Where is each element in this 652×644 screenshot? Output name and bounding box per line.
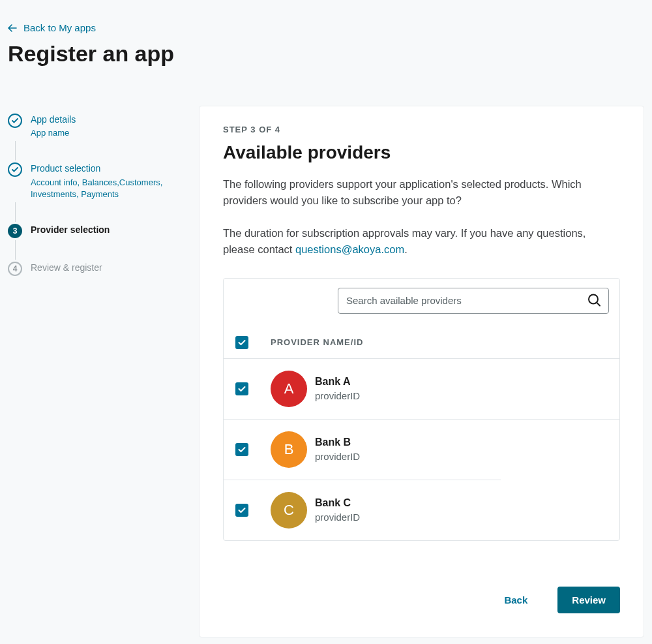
table-row: BBank BproviderID (224, 420, 501, 480)
arrow-left-icon (8, 24, 17, 32)
step-provider-selection[interactable]: 3 Provider selection (8, 224, 168, 238)
step-review-register: 4 Review & register (8, 262, 168, 276)
step-connector (15, 141, 16, 161)
main-card: STEP 3 OF 4 Available providers The foll… (199, 106, 644, 637)
column-header-provider: PROVIDER NAME/ID (271, 337, 363, 347)
avatar-initial: C (284, 502, 294, 519)
card-description-1: The following providers support your app… (223, 176, 620, 209)
provider-name: Bank A (315, 376, 360, 388)
select-all-checkbox[interactable] (235, 336, 248, 349)
step-sublabel: App name (31, 127, 76, 139)
contact-email-link[interactable]: questions@akoya.com (295, 243, 404, 255)
provider-avatar: A (271, 371, 307, 407)
row-checkbox[interactable] (235, 504, 248, 517)
step-app-details[interactable]: App details App name (8, 114, 168, 140)
card-description-2: The duration for subscription approvals … (223, 225, 620, 258)
step-eyebrow: STEP 3 OF 4 (223, 125, 620, 134)
step-label: Product selection (31, 162, 168, 176)
provider-avatar: B (271, 431, 307, 468)
provider-id: providerID (315, 390, 360, 401)
back-link-label: Back to My apps (23, 22, 96, 33)
provider-name: Bank C (315, 497, 360, 509)
step-label: App details (31, 114, 76, 127)
table-row: ABank AproviderID (224, 359, 619, 420)
step-sublabel: Account info, Balances,Customers, Invest… (31, 177, 168, 200)
table-header-row: PROVIDER NAME/ID (224, 327, 619, 359)
step-number-badge: 3 (8, 224, 22, 238)
step-connector (15, 240, 16, 260)
step-product-selection[interactable]: Product selection Account info, Balances… (8, 162, 168, 200)
avatar-initial: B (284, 441, 294, 458)
step-connector (15, 202, 16, 222)
search-button[interactable] (584, 290, 604, 311)
providers-table: PROVIDER NAME/ID ABank AproviderIDBBank … (223, 278, 620, 541)
search-icon (587, 292, 601, 309)
check-circle-icon (8, 114, 22, 128)
review-button[interactable]: Review (557, 587, 620, 613)
back-button[interactable]: Back (504, 594, 527, 606)
stepper: App details App name Product selection A… (8, 106, 168, 277)
step-label: Provider selection (31, 224, 110, 237)
provider-name: Bank B (315, 437, 360, 448)
row-checkbox[interactable] (235, 443, 248, 456)
page-title: Register an app (8, 41, 644, 67)
step-label: Review & register (31, 262, 102, 275)
provider-id: providerID (315, 512, 360, 523)
search-input[interactable] (338, 288, 609, 314)
table-row: CBank CproviderID (224, 480, 619, 540)
step-number-badge: 4 (8, 262, 22, 276)
provider-avatar: C (271, 492, 307, 529)
back-to-apps-link[interactable]: Back to My apps (8, 22, 96, 33)
row-checkbox[interactable] (235, 382, 248, 395)
check-circle-icon (8, 162, 22, 177)
provider-id: providerID (315, 451, 360, 462)
card-title: Available providers (223, 142, 620, 163)
avatar-initial: A (284, 380, 294, 397)
